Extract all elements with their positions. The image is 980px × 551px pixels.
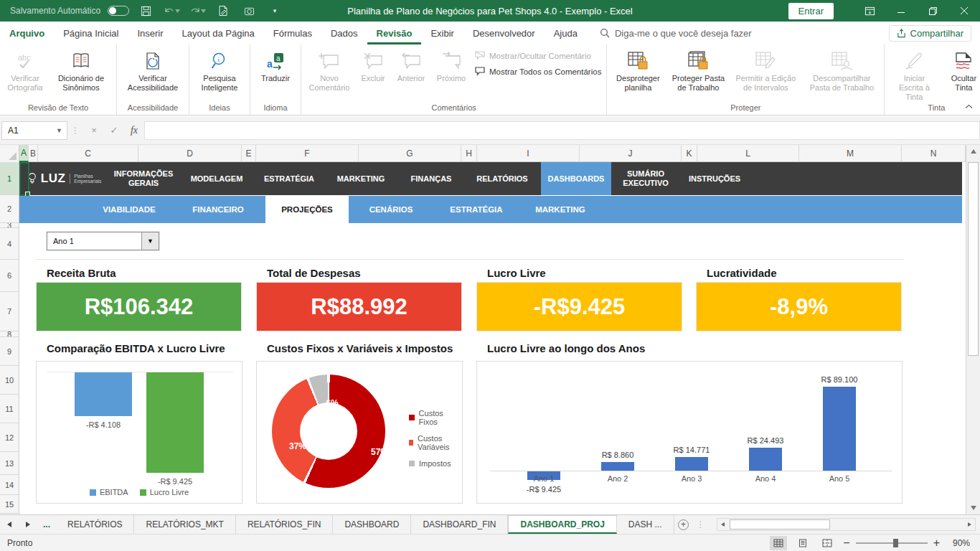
- ribbon-tab-dados[interactable]: Dados: [321, 22, 367, 44]
- ribbon-tab-desenvolvedor[interactable]: Desenvolvedor: [463, 22, 545, 44]
- sheet-tab-overflow[interactable]: ...: [37, 515, 56, 534]
- hscroll-right-icon[interactable]: [963, 519, 975, 530]
- ribbon-button-thesaurus[interactable]: Dicionário de Sinônimos: [48, 46, 114, 102]
- ribbon-button-show-all-comments[interactable]: Mostrar Todos os Comentários: [474, 66, 601, 77]
- row-header-7[interactable]: 7: [0, 292, 19, 331]
- new-sheet-button[interactable]: +: [674, 515, 693, 534]
- ribbon-tab-exibir[interactable]: Exibir: [421, 22, 463, 44]
- subnav-item-marketing[interactable]: MARKETING: [519, 196, 601, 223]
- close-button[interactable]: [948, 0, 980, 22]
- column-header-F[interactable]: F: [256, 145, 359, 162]
- vscroll-thumb[interactable]: [968, 162, 979, 356]
- normal-view-icon[interactable]: [770, 536, 787, 550]
- ribbon-tab-página-inicial[interactable]: Página Inicial: [54, 22, 128, 44]
- row-header-1[interactable]: 1: [0, 162, 19, 195]
- share-button[interactable]: Compartilhar: [889, 25, 971, 42]
- sign-in-button[interactable]: Entrar: [788, 3, 834, 19]
- name-box-caret[interactable]: ▼: [56, 127, 62, 134]
- column-header-E[interactable]: E: [242, 145, 256, 162]
- nav-item-relatórios[interactable]: RELATÓRIOS: [463, 162, 541, 195]
- column-header-B[interactable]: B: [29, 145, 38, 162]
- hscroll-left-icon[interactable]: [717, 519, 729, 530]
- subnav-item-projeções[interactable]: PROJEÇÕES: [265, 196, 349, 223]
- row-header-12[interactable]: 12: [0, 423, 19, 452]
- row-header-3[interactable]: 3: [0, 223, 19, 228]
- row-header-10[interactable]: 10: [0, 366, 19, 395]
- sheet-tab-relat-rios-mkt[interactable]: RELATÓRIOS_MKT: [134, 515, 235, 534]
- column-header-M[interactable]: M: [799, 145, 902, 162]
- sheet-nav-left-icon[interactable]: [0, 515, 19, 534]
- column-header-H[interactable]: H: [461, 145, 477, 162]
- ribbon-button-unprotect-sheet[interactable]: Desproteger planilha: [609, 46, 666, 102]
- row-header-11[interactable]: 11: [0, 395, 19, 423]
- year-dropdown[interactable]: Ano 1 ▼: [47, 232, 159, 250]
- nav-item-marketing[interactable]: MARKETING: [323, 162, 399, 195]
- column-header-D[interactable]: D: [138, 145, 242, 162]
- sheet-tab-dashboard-fin[interactable]: DASHBOARD_FIN: [411, 515, 508, 534]
- zoom-slider-thumb[interactable]: [893, 539, 898, 547]
- nav-item-estratégia[interactable]: ESTRATÉGIA: [255, 162, 323, 195]
- sheet-tab-dashboard[interactable]: DASHBOARD: [333, 515, 411, 534]
- vertical-scrollbar[interactable]: [966, 145, 980, 514]
- row-header-6[interactable]: 6: [0, 260, 19, 292]
- row-header-14[interactable]: 14: [0, 475, 19, 495]
- ribbon-tab-fórmulas[interactable]: Fórmulas: [264, 22, 321, 44]
- column-header-L[interactable]: L: [697, 145, 799, 162]
- row-header-13[interactable]: 13: [0, 452, 19, 475]
- horizontal-scrollbar[interactable]: [717, 518, 976, 531]
- sheet-tab-relat-rios-fin[interactable]: RELATÓRIOS_FIN: [236, 515, 333, 534]
- page-layout-view-icon[interactable]: [794, 536, 811, 550]
- hscroll-thumb[interactable]: [730, 519, 830, 529]
- zoom-out-icon[interactable]: −: [843, 537, 849, 550]
- restore-button[interactable]: [917, 0, 948, 22]
- insert-function-icon[interactable]: fx: [124, 121, 144, 140]
- ribbon-tab-arquivo[interactable]: Arquivo: [0, 22, 54, 44]
- column-header-N[interactable]: N: [902, 145, 966, 162]
- sheet-tab-dash-[interactable]: DASH ...: [617, 515, 674, 534]
- column-header-K[interactable]: K: [682, 145, 697, 162]
- save-icon[interactable]: [136, 3, 155, 19]
- year-dropdown-caret[interactable]: ▼: [141, 232, 159, 250]
- column-header-C[interactable]: C: [38, 145, 138, 162]
- nav-item-modelagem[interactable]: MODELAGEM: [178, 162, 255, 195]
- column-header-A[interactable]: A: [19, 145, 29, 162]
- subnav-item-cenários[interactable]: CENÁRIOS: [349, 196, 433, 223]
- nav-item-sumário-executivo[interactable]: SUMÁRIO EXECUTIVO: [611, 162, 680, 195]
- column-header-J[interactable]: J: [580, 145, 682, 162]
- sheet-nav-right-icon[interactable]: [19, 515, 37, 534]
- nav-item-instruções[interactable]: INSTRUÇÕES: [680, 162, 749, 195]
- cancel-icon[interactable]: ×: [84, 121, 104, 140]
- row-header-4[interactable]: 4: [0, 228, 19, 260]
- formula-input[interactable]: [144, 121, 980, 140]
- ribbon-button-translate[interactable]: aaTraduzir: [253, 46, 298, 102]
- row-header-15[interactable]: 15: [0, 495, 19, 514]
- subnav-item-viabilidade[interactable]: VIABILIDADE: [88, 196, 171, 223]
- name-box[interactable]: A1 ▼: [1, 121, 67, 140]
- ribbon-tab-inserir[interactable]: Inserir: [128, 22, 172, 44]
- autosave-toggle[interactable]: [108, 6, 129, 16]
- nav-item-informações-gerais[interactable]: INFORMAÇÕES GERAIS: [109, 162, 178, 195]
- vscroll-up-icon[interactable]: [966, 145, 980, 158]
- ribbon-tab-ajuda[interactable]: Ajuda: [545, 22, 587, 44]
- minimize-button[interactable]: [885, 0, 917, 22]
- tell-me-search[interactable]: Diga-me o que você deseja fazer: [600, 28, 752, 39]
- column-header-I[interactable]: I: [477, 145, 580, 162]
- row-header-9[interactable]: 9: [0, 337, 19, 366]
- row-header-2[interactable]: 2: [0, 195, 19, 223]
- zoom-slider[interactable]: [856, 542, 928, 544]
- ribbon-button-accessibility[interactable]: Verificar Acessibilidade: [119, 46, 187, 102]
- page-break-view-icon[interactable]: [819, 536, 836, 550]
- select-all-corner[interactable]: [0, 145, 19, 162]
- ribbon-button-protect-workbook[interactable]: Proteger Pasta de Trabalho: [666, 46, 730, 102]
- collapse-ribbon-icon[interactable]: [965, 99, 973, 112]
- enter-icon[interactable]: ✓: [104, 121, 124, 140]
- vscroll-down-icon[interactable]: [966, 501, 980, 514]
- nav-item-dashboards[interactable]: DASHBOARDS: [541, 162, 611, 195]
- subnav-item-estratégia[interactable]: ESTRATÉGIA: [433, 196, 519, 223]
- column-header-G[interactable]: G: [359, 145, 461, 162]
- ribbon-display-options-icon[interactable]: [854, 0, 885, 22]
- ribbon-button-smart-lookup[interactable]: iPesquisa Inteligente: [192, 46, 248, 102]
- zoom-in-icon[interactable]: +: [933, 537, 940, 550]
- subnav-item-financeiro[interactable]: FINANCEIRO: [171, 196, 265, 223]
- ribbon-tab-layout-da-página[interactable]: Layout da Página: [173, 22, 264, 44]
